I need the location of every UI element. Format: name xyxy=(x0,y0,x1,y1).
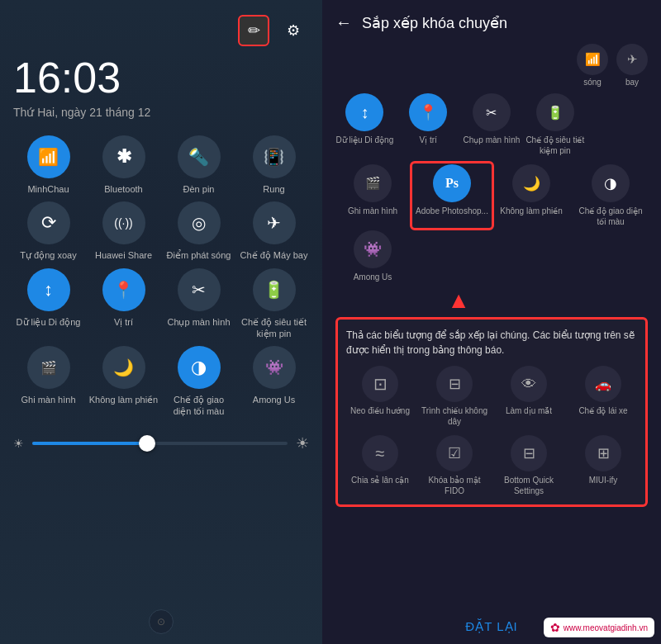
ri-screen-record[interactable]: 🎬 Ghi màn hình xyxy=(335,164,410,227)
ei-icon-wireless: ⊟ xyxy=(436,366,473,402)
left-panel: ✏ ⚙ 16:03 Thứ Hai, ngày 21 tháng 12 📶 Mi… xyxy=(0,0,322,644)
qs-among-us[interactable]: 👾 Among Us xyxy=(239,346,309,418)
lone-item-row: 👾 Among Us xyxy=(332,230,651,282)
active-icons-row1: ↕ Dữ liệu Di động 📍 Vị trí ✂ Chụp màn hì… xyxy=(332,93,651,156)
qs-vibrate[interactable]: 📳 Rung xyxy=(239,135,309,195)
back-button[interactable]: ← xyxy=(335,13,352,32)
gear-button[interactable]: ⚙ xyxy=(278,15,309,46)
qs-dnd[interactable]: 🌙 Không làm phiền xyxy=(88,346,159,418)
qs-battery-saver[interactable]: 🔋 Chế độ siêu tiết kiệm pin xyxy=(239,268,309,340)
ri-label-location: Vị trí xyxy=(420,135,437,145)
brightness-high-icon: ☀ xyxy=(296,434,309,452)
qs-data[interactable]: ↕ Dữ liệu Di động xyxy=(13,268,83,340)
qs-screenshot[interactable]: ✂ Chụp màn hình xyxy=(164,268,234,340)
brightness-row: ☀ ☀ xyxy=(13,434,309,452)
qs-icon-battery: 🔋 xyxy=(253,268,296,311)
ri-battery[interactable]: 🔋 Chế độ siêu tiết kiệm pin xyxy=(525,93,584,156)
qs-hotspot[interactable]: ◎ Điểm phát sóng xyxy=(164,201,234,261)
ri-icon-dnd: 🌙 xyxy=(512,164,550,202)
top-label-bay[interactable]: ✈ bay xyxy=(616,44,648,87)
qs-icon-record: 🎬 xyxy=(27,346,70,389)
qs-label-airplane: Chế độ Máy bay xyxy=(240,249,308,261)
brightness-slider[interactable] xyxy=(32,442,288,445)
brightness-fill xyxy=(32,442,147,445)
ei-miui[interactable]: ⊞ MIUI-ify xyxy=(569,435,637,496)
ri-screenshot[interactable]: ✂ Chụp màn hình xyxy=(463,93,521,156)
ei-label-nearby: Chia sẻ lân cận xyxy=(351,475,409,485)
qs-huawei-share[interactable]: ((·)) Huawei Share xyxy=(88,201,159,261)
qs-dark-mode[interactable]: ◑ Chế độ giao diện tối màu xyxy=(164,346,234,418)
watermark-text: www.meovatgiadinh.vn xyxy=(564,623,648,632)
ei-label-miui: MIUI-ify xyxy=(589,475,617,485)
qs-label-battery: Chế độ siêu tiết kiệm pin xyxy=(239,316,309,340)
ei-label-wireless: Trình chiếu không dây xyxy=(421,405,488,427)
ei-fido[interactable]: ☑ Khóa bảo mật FIDO xyxy=(421,435,488,496)
qs-icon-among-us: 👾 xyxy=(253,346,296,389)
ei-nav[interactable]: ⊡ Neo điều hướng xyxy=(346,366,414,427)
watermark: ✿ www.meovatgiadinh.vn xyxy=(544,618,654,637)
brightness-thumb[interactable] xyxy=(139,435,155,452)
top-text-bay: bay xyxy=(625,78,639,87)
ri-dark[interactable]: ◑ Chế độ giao diện tối màu xyxy=(573,164,648,227)
qs-icon-vibrate: 📳 xyxy=(253,135,296,178)
ri-icon-dark: ◑ xyxy=(592,164,630,202)
bottom-indicator: ⊙ xyxy=(149,609,174,634)
qs-icon-rotate: ⟳ xyxy=(27,201,70,244)
qs-label-vibrate: Rung xyxy=(263,183,284,195)
qs-label-dark: Chế độ giao diện tối màu xyxy=(164,394,234,418)
qs-minh-chau[interactable]: 📶 MinhChau xyxy=(13,135,83,195)
ri-icon-among-us: 👾 xyxy=(354,230,392,268)
edit-button[interactable]: ✏ xyxy=(238,15,269,46)
qs-screen-record[interactable]: 🎬 Ghi màn hình xyxy=(13,346,83,418)
ri-dnd[interactable]: 🌙 Không làm phiền xyxy=(494,164,568,227)
ri-photoshop[interactable]: Ps Adobe Photoshop... xyxy=(415,164,489,216)
ei-label-eye: Làm dịu mắt xyxy=(506,405,552,416)
qs-icon-hotspot: ◎ xyxy=(178,201,221,244)
ei-icon-eye: 👁 xyxy=(511,366,547,402)
qs-auto-rotate[interactable]: ⟳ Tự động xoay xyxy=(13,201,83,261)
top-text-song: sóng xyxy=(583,78,602,87)
qs-label-screenshot: Chụp màn hình xyxy=(167,316,230,328)
ri-data[interactable]: ↕ Dữ liệu Di động xyxy=(335,93,394,156)
top-icon-bay: ✈ xyxy=(616,44,648,75)
red-arrow-up: ▲ xyxy=(447,287,470,314)
qs-label-record: Ghi màn hình xyxy=(21,394,75,405)
qs-label-among-us: Among Us xyxy=(253,394,295,405)
qs-location[interactable]: 📍 Vị trí xyxy=(88,268,159,340)
right-title: Sắp xếp khóa chuyển xyxy=(362,14,507,32)
ri-among-us[interactable]: 👾 Among Us xyxy=(335,230,410,282)
top-label-song[interactable]: 📶 sóng xyxy=(577,44,608,87)
qs-icon-flashlight: 🔦 xyxy=(178,135,221,178)
right-header: ← Sắp xếp khóa chuyển xyxy=(322,0,661,40)
arrow-row: ▲ xyxy=(332,287,651,314)
qs-icon-dnd: 🌙 xyxy=(102,346,145,389)
extra-icons-row2: ≈ Chia sẻ lân cận ☑ Khóa bảo mật FIDO ⊟ … xyxy=(346,435,637,496)
active-icons-row2: 🎬 Ghi màn hình Ps Adobe Photoshop... 🌙 K… xyxy=(335,164,648,227)
ei-drive[interactable]: 🚗 Chế độ lái xe xyxy=(569,366,637,427)
left-header: ✏ ⚙ xyxy=(13,15,309,46)
ri-label-dnd: Không làm phiền xyxy=(500,206,563,216)
ri-icon-battery: 🔋 xyxy=(536,93,574,131)
circle-icon: ⊙ xyxy=(149,609,174,634)
qs-flashlight[interactable]: 🔦 Đèn pin xyxy=(164,135,234,195)
qs-bluetooth[interactable]: ✱ Bluetooth xyxy=(88,135,159,195)
reset-button[interactable]: ĐẶT LẠI xyxy=(465,619,517,634)
qs-label-bluetooth: Bluetooth xyxy=(104,183,142,195)
ei-bottom-qs[interactable]: ⊟ Bottom Quick Settings xyxy=(495,435,563,496)
ri-location[interactable]: 📍 Vị trí xyxy=(399,93,458,156)
ei-label-bottom-qs: Bottom Quick Settings xyxy=(495,475,563,496)
qs-icon-location: 📍 xyxy=(102,268,145,311)
description-text: Thả các biểu tượng để sắp xếp lại chúng.… xyxy=(346,328,637,358)
time-display: 16:03 xyxy=(13,53,309,102)
ri-icon-location: 📍 xyxy=(409,93,447,131)
brightness-low-icon: ☀ xyxy=(13,437,24,450)
top-labels-row: 📶 sóng ✈ bay xyxy=(322,40,661,90)
ei-wireless[interactable]: ⊟ Trình chiếu không dây xyxy=(421,366,488,427)
ei-icon-miui: ⊞ xyxy=(585,435,621,471)
qs-label-flashlight: Đèn pin xyxy=(183,183,215,195)
ei-nearby[interactable]: ≈ Chia sẻ lân cận xyxy=(346,435,414,496)
top-icon-song: 📶 xyxy=(577,44,608,75)
qs-label-dnd: Không làm phiền xyxy=(89,394,158,405)
ei-eye[interactable]: 👁 Làm dịu mắt xyxy=(495,366,563,427)
qs-airplane[interactable]: ✈ Chế độ Máy bay xyxy=(239,201,309,261)
